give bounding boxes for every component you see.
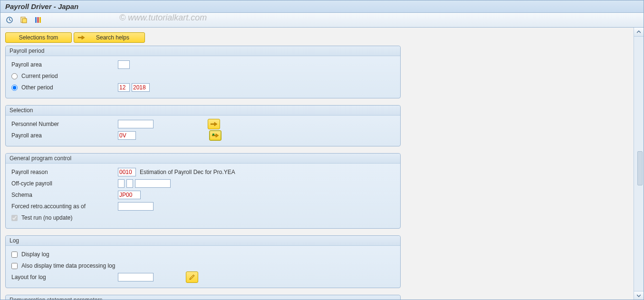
label-display-log: Display log: [21, 251, 49, 258]
svg-line-2: [10, 20, 11, 21]
svg-rect-8: [212, 134, 214, 135]
vertical-scrollbar[interactable]: [634, 28, 644, 300]
input-schema[interactable]: [118, 191, 141, 199]
input-offcycle-2[interactable]: [126, 179, 133, 188]
group-log: Log Display log Also display time data p…: [5, 235, 401, 288]
label-layout-log: Layout for log: [10, 274, 116, 281]
selections-from-button[interactable]: Selections from: [5, 32, 72, 43]
group-remuneration: Remuneration statement parameters Layout…: [5, 295, 401, 300]
edit-layout-button[interactable]: [186, 271, 198, 283]
label-payroll-area: Payroll area: [10, 61, 116, 68]
multiple-selection-area-button[interactable]: [209, 130, 221, 141]
input-personnel-number[interactable]: [118, 120, 154, 128]
label-offcycle: Off-cycle payroll: [10, 180, 116, 187]
label-forced-retro: Forced retro.accounting as of: [10, 203, 116, 210]
selections-from-label: Selections from: [19, 34, 58, 41]
variant-icon[interactable]: [19, 15, 29, 25]
checkbox-test-run: [11, 215, 18, 221]
checkbox-display-log[interactable]: [11, 252, 18, 258]
group-title-log: Log: [6, 236, 400, 246]
content-area: Selections from Search helps Payroll per…: [0, 28, 634, 300]
radio-current-period[interactable]: [11, 73, 18, 79]
input-offcycle-1[interactable]: [118, 179, 125, 188]
label-personnel-number: Personnel Number: [10, 121, 116, 127]
input-payroll-reason[interactable]: [118, 168, 136, 176]
label-test-run: Test run (no update): [21, 214, 72, 221]
selection-buttons-row: Selections from Search helps: [5, 32, 629, 43]
checkbox-also-display[interactable]: [11, 263, 18, 269]
title-bar: Payroll Driver - Japan: [0, 0, 644, 13]
svg-rect-5: [35, 17, 37, 23]
pencil-icon: [189, 274, 195, 281]
label-also-display: Also display time data processing log: [21, 262, 115, 269]
chevron-up-icon: [637, 30, 641, 34]
group-title-general: General program control: [6, 154, 400, 164]
group-selection: Selection Personnel Number Payroll area: [5, 105, 401, 146]
input-other-period-month[interactable]: [118, 83, 130, 92]
input-layout-log[interactable]: [118, 273, 154, 281]
scroll-up-button[interactable]: [634, 28, 644, 37]
input-other-period-year[interactable]: [132, 83, 150, 92]
svg-rect-7: [39, 17, 41, 23]
input-offcycle-3[interactable]: [135, 179, 171, 188]
search-helps-button[interactable]: Search helps: [74, 32, 145, 43]
label-other-period: Other period: [21, 84, 53, 91]
selection-icon[interactable]: [33, 15, 43, 25]
svg-rect-4: [22, 19, 27, 23]
app-window: Payroll Driver - Japan © www.tutorialkar…: [0, 0, 644, 300]
group-title-remun: Remuneration statement parameters: [6, 295, 400, 300]
label-payroll-reason: Payroll reason: [10, 169, 116, 175]
label-current-period: Current period: [21, 73, 58, 79]
input-forced-retro[interactable]: [118, 202, 154, 211]
group-title-selection: Selection: [6, 106, 400, 116]
label-schema: Schema: [10, 192, 116, 198]
input-payroll-area[interactable]: [118, 60, 130, 69]
arrow-right-icon: [211, 122, 217, 126]
search-helps-label: Search helps: [85, 34, 141, 41]
label-payroll-area-sel: Payroll area: [10, 132, 116, 139]
scroll-down-button[interactable]: [634, 291, 644, 300]
group-title-payroll-period: Payroll period: [6, 46, 400, 56]
multiple-selection-personnel-button[interactable]: [208, 119, 220, 129]
arrow-right-icon: [78, 35, 85, 40]
execute-icon[interactable]: [4, 15, 15, 25]
page-title: Payroll Driver - Japan: [5, 2, 78, 10]
group-general-control: General program control Payroll reason E…: [5, 153, 401, 229]
chevron-down-icon: [637, 294, 641, 298]
svg-rect-6: [38, 17, 39, 23]
input-payroll-area-sel[interactable]: [118, 131, 136, 140]
content-wrap: Selections from Search helps Payroll per…: [0, 28, 644, 300]
radio-other-period[interactable]: [11, 85, 18, 91]
app-toolbar: [0, 13, 644, 28]
scroll-handle[interactable]: [637, 151, 643, 185]
group-payroll-period: Payroll period Payroll area Current peri…: [5, 46, 401, 98]
arrow-right-icon: [212, 133, 219, 138]
payroll-reason-desc: Estimation of Payroll Dec for Pro.YEA: [138, 169, 235, 175]
